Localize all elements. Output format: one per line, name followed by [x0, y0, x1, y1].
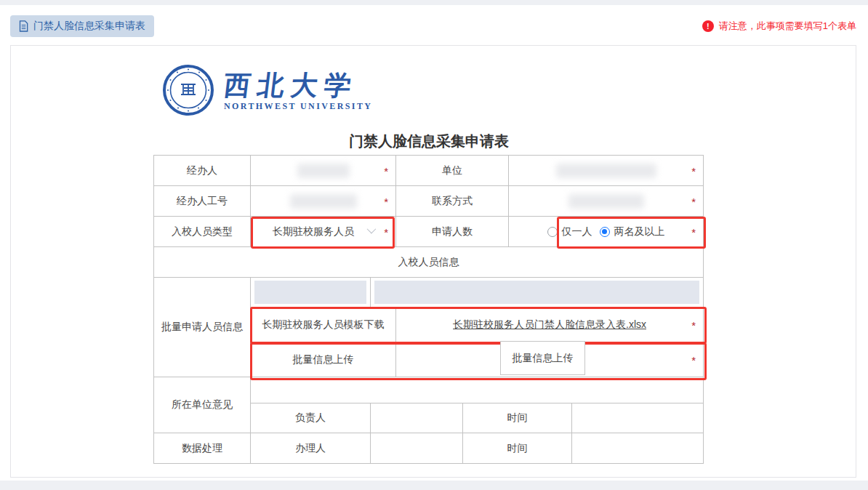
redacted-value — [556, 164, 656, 178]
batch-disabled-cell-1 — [251, 278, 371, 308]
applicant-count-label: 申请人数 — [396, 217, 509, 247]
exclamation-icon: ! — [702, 20, 714, 32]
required-mark: * — [384, 225, 388, 238]
required-mark: * — [384, 195, 388, 207]
batch-upload-label: 批量信息上传 — [251, 342, 396, 377]
table-row: 数据处理 办理人 时间 — [154, 433, 704, 464]
time-value-cell — [572, 433, 704, 464]
template-download-label: 长期驻校服务人员模板下载 — [251, 308, 396, 342]
required-mark: * — [691, 353, 696, 366]
table-row: 经办人工号 * 联系方式 * — [154, 186, 704, 217]
radio-selected-icon[interactable] — [600, 227, 610, 237]
person-type-value: 长期驻校服务人员 — [273, 225, 354, 238]
batch-upload-button[interactable]: 批量信息上传 — [500, 341, 585, 375]
university-name-en: NORTHWEST UNIVERSITY — [224, 101, 372, 112]
table-row: 入校人员信息 — [154, 247, 704, 278]
required-mark: * — [691, 225, 696, 238]
application-table: 经办人 * 单位 * 经办人工号 * — [153, 155, 704, 464]
unit-opinion-label: 所在单位意见 — [154, 377, 251, 433]
table-row: 入校人员类型 长期驻校服务人员 * 申请人数 仅一人 — [154, 217, 704, 247]
operator-id-label: 经办人工号 — [154, 186, 251, 217]
redacted-value — [290, 194, 357, 209]
redacted-value — [568, 194, 644, 209]
applicant-count-cell: 仅一人 两名及以上 * — [509, 217, 704, 247]
table-row: 批量申请人员信息 — [154, 278, 704, 308]
time-label: 时间 — [463, 433, 572, 464]
required-mark: * — [384, 164, 388, 177]
bottom-strip — [0, 481, 868, 490]
chevron-down-icon — [367, 225, 377, 234]
principal-value-cell — [371, 403, 463, 433]
university-seal-icon — [161, 63, 215, 120]
notice-banner: ! 请注意，此事项需要填写1个表单 — [702, 20, 856, 33]
radio-option-single[interactable]: 仅一人 — [547, 225, 592, 238]
time-label: 时间 — [463, 403, 572, 433]
template-file-cell: 长期驻校服务人员门禁人脸信息录入表.xlsx * — [396, 308, 704, 342]
template-file-link[interactable]: 长期驻校服务人员门禁人脸信息录入表.xlsx — [453, 318, 646, 330]
document-icon — [19, 20, 28, 32]
unit-label: 单位 — [396, 156, 509, 186]
tab-label: 门禁人脸信息采集申请表 — [33, 20, 145, 33]
unit-opinion-comment-cell — [251, 377, 704, 403]
radio-option-multi[interactable]: 两名及以上 — [600, 225, 665, 238]
data-process-label: 数据处理 — [154, 433, 251, 464]
operator-id-value-cell[interactable]: * — [251, 186, 396, 217]
handler-value-cell — [371, 433, 463, 464]
university-logo: 西北大学 NORTHWEST UNIVERSITY — [161, 63, 372, 120]
time-value-cell — [572, 403, 704, 433]
form-title: 门禁人脸信息采集申请表 — [153, 132, 704, 151]
required-mark: * — [691, 318, 696, 331]
form-panel: 西北大学 NORTHWEST UNIVERSITY 门禁人脸信息采集申请表 经办… — [10, 45, 856, 478]
person-type-select[interactable]: 长期驻校服务人员 * — [251, 217, 396, 247]
unit-value-cell[interactable]: * — [509, 156, 704, 186]
disabled-field — [254, 281, 366, 304]
operator-label: 经办人 — [154, 156, 251, 186]
principal-label: 负责人 — [251, 403, 371, 433]
batch-disabled-cell-2 — [371, 278, 704, 308]
radio-icon[interactable] — [547, 227, 558, 237]
radio-label: 仅一人 — [562, 225, 592, 238]
redacted-value — [297, 164, 350, 178]
handler-label: 办理人 — [251, 433, 371, 464]
disabled-field — [374, 281, 699, 304]
tab-form[interactable]: 门禁人脸信息采集申请表 — [10, 15, 154, 37]
university-name-cn: 西北大学 — [222, 71, 374, 101]
operator-value-cell[interactable]: * — [251, 156, 396, 186]
person-type-label: 入校人员类型 — [154, 217, 251, 247]
batch-info-label: 批量申请人员信息 — [154, 278, 251, 377]
top-strip — [0, 0, 868, 5]
section-header: 入校人员信息 — [154, 247, 704, 278]
contact-value-cell[interactable]: * — [509, 186, 704, 217]
radio-label: 两名及以上 — [614, 225, 665, 238]
screen: 门禁人脸信息采集申请表 ! 请注意，此事项需要填写1个表单 — [0, 0, 868, 490]
table-row: 经办人 * 单位 * — [154, 156, 704, 186]
contact-label: 联系方式 — [396, 186, 509, 217]
table-row: 所在单位意见 — [154, 377, 704, 403]
required-mark: * — [691, 164, 696, 177]
required-mark: * — [691, 195, 696, 207]
notice-text: 请注意，此事项需要填写1个表单 — [719, 20, 856, 33]
